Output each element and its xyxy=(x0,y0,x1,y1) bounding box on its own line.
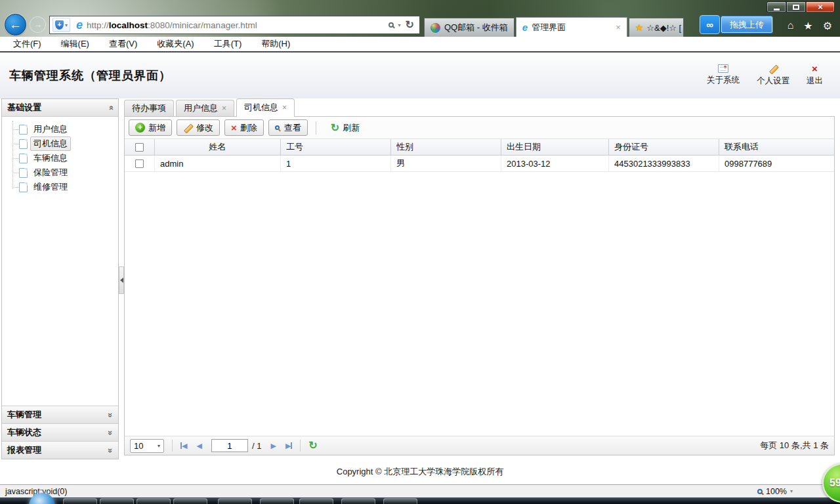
forward-icon: → xyxy=(33,20,42,30)
page-footer: Copyright © 北京理工大学珠海学院版权所有 xyxy=(0,459,840,484)
menu-file[interactable]: 文件(F) xyxy=(13,38,41,50)
column-header-name[interactable]: 姓名 xyxy=(155,139,281,155)
tab-user-info[interactable]: 用户信息 × xyxy=(176,100,234,116)
close-button[interactable]: × xyxy=(806,1,835,12)
refresh-button[interactable]: ↻ 刷新 xyxy=(324,119,366,136)
menu-edit[interactable]: 编辑(E) xyxy=(61,38,89,50)
sidebar-item-insurance[interactable]: 保险管理 xyxy=(12,165,118,180)
expand-chevrons-icon[interactable]: » xyxy=(106,430,116,434)
home-icon[interactable]: ⌂ xyxy=(788,20,794,32)
back-button[interactable]: ← xyxy=(5,14,26,35)
favorites-star-icon: ★ xyxy=(635,22,644,33)
prev-page-button[interactable]: ◀ xyxy=(196,442,201,450)
chevron-down-icon[interactable]: ▾ xyxy=(398,22,401,28)
taskbar-button[interactable] xyxy=(136,498,171,504)
page-size-select[interactable]: 10 ▾ xyxy=(130,439,164,453)
page-viewport: 车辆管理系统（管理员界面） 关于系统 个人设置 × 退出 xyxy=(0,52,840,484)
taskbar-button[interactable] xyxy=(383,498,417,504)
table-row[interactable]: admin 1 男 2013-03-12 4453021333993833 09… xyxy=(125,156,834,172)
page-number-input[interactable] xyxy=(211,439,248,452)
next-page-button[interactable]: ▶ xyxy=(270,442,276,450)
search-icon[interactable] xyxy=(388,22,394,28)
column-header-birthdate[interactable]: 出生日期 xyxy=(501,139,609,155)
address-bar[interactable]: + ▾ e http://localhost:8080/minicar/mana… xyxy=(49,16,420,34)
view-button[interactable]: 查看 xyxy=(268,119,308,136)
column-header-idcard[interactable]: 身份证号 xyxy=(609,139,719,155)
first-page-button[interactable]: ◀ xyxy=(180,442,187,450)
sidebar-item-driver-info[interactable]: 司机信息 xyxy=(12,136,118,151)
forward-button[interactable]: → xyxy=(30,16,46,33)
pager-refresh-icon[interactable]: ↻ xyxy=(308,440,317,451)
edit-button[interactable]: 修改 xyxy=(177,119,220,136)
column-header-phone[interactable]: 联系电话 xyxy=(719,139,834,155)
ie-logo-icon: e xyxy=(522,22,528,33)
tab-close-icon[interactable]: × xyxy=(282,103,287,112)
shield-addon-button[interactable]: + ▾ xyxy=(52,18,70,32)
last-page-button[interactable]: ▶ xyxy=(285,442,292,450)
exit-icon: × xyxy=(812,64,818,74)
taskbar-button[interactable] xyxy=(63,498,97,504)
personal-settings-button[interactable]: 个人设置 xyxy=(757,64,789,87)
sidebar-panel-basic-settings[interactable]: 基础设置 » xyxy=(2,99,118,117)
menu-help[interactable]: 帮助(H) xyxy=(261,38,290,50)
taskbar-button[interactable] xyxy=(173,498,207,504)
star-icon[interactable]: ★ xyxy=(803,20,812,32)
gear-icon[interactable]: ⚙ xyxy=(823,20,832,32)
sidebar-collapse-handle[interactable] xyxy=(119,266,124,294)
collapse-chevrons-icon[interactable]: » xyxy=(106,105,116,110)
sidebar-item-user-info[interactable]: 用户信息 xyxy=(12,122,118,136)
sidebar-item-vehicle-info[interactable]: 车辆信息 xyxy=(12,151,118,165)
datagrid: 姓名 工号 性别 出生日期 身份证号 联系电话 admin 1 男 xyxy=(125,139,834,172)
sidebar-item-maintenance[interactable]: 维修管理 xyxy=(12,180,118,194)
select-all-checkbox[interactable] xyxy=(135,143,144,152)
sidebar-tree: 用户信息 司机信息 车辆信息 保险管理 xyxy=(2,117,118,406)
browser-statusbar: javascript:void(0) 100% ▾ xyxy=(0,484,840,497)
menu-view[interactable]: 查看(V) xyxy=(109,38,137,50)
browser-tabs: QQ邮箱 - 收件箱 e 管理界面 × ★ ☆&◆!☆ [ xyxy=(424,17,685,37)
doc-icon xyxy=(19,182,28,192)
taskbar-button[interactable] xyxy=(260,498,294,504)
about-system-button[interactable]: 关于系统 xyxy=(707,64,740,87)
sidebar-panel-vehicle-mgmt[interactable]: 车辆管理 » xyxy=(2,406,118,423)
window-controls: × xyxy=(766,1,835,12)
netdisk-icon[interactable]: ∞ xyxy=(700,15,720,34)
taskbar-button[interactable] xyxy=(100,498,134,504)
menu-favorites[interactable]: 收藏夹(A) xyxy=(157,38,194,50)
url-text[interactable]: http://localhost:8080/minicar/manager.ht… xyxy=(87,20,257,30)
ie-logo-icon: e xyxy=(76,19,83,31)
doc-icon xyxy=(19,154,28,163)
column-header-employee-id[interactable]: 工号 xyxy=(281,139,391,155)
chevron-down-icon: ▾ xyxy=(790,488,793,494)
menu-tools[interactable]: 工具(T) xyxy=(214,38,242,50)
taskbar-button[interactable] xyxy=(299,498,333,504)
doc-icon xyxy=(19,125,28,135)
minimize-button[interactable] xyxy=(766,1,786,12)
add-button[interactable]: + 新增 xyxy=(129,119,172,136)
zoom-icon xyxy=(757,489,763,494)
netdisk-upload-button[interactable]: 拖拽上传 xyxy=(721,16,772,33)
row-checkbox[interactable] xyxy=(135,159,144,168)
logout-button[interactable]: × 退出 xyxy=(807,64,823,87)
refresh-icon[interactable]: ↻ xyxy=(406,20,414,30)
tab-todo[interactable]: 待办事项 xyxy=(124,100,174,116)
browser-tab-manager[interactable]: e 管理界面 × xyxy=(516,17,627,37)
tab-driver-info[interactable]: 司机信息 × xyxy=(236,98,295,116)
datagrid-panel: + 新增 修改 × 删除 查看 xyxy=(124,116,835,455)
sidebar-panel-vehicle-status[interactable]: 车辆状态 » xyxy=(2,423,118,441)
sidebar-panel-reports[interactable]: 报表管理 » xyxy=(2,441,118,459)
tab-close-icon[interactable]: × xyxy=(616,22,621,32)
datagrid-toolbar: + 新增 修改 × 删除 查看 xyxy=(125,117,834,139)
pagination-bar: 10 ▾ ◀ ◀ / 1 ▶ ▶ ↻ 每页 10 条,共 1 条 xyxy=(125,436,834,455)
delete-button[interactable]: × 删除 xyxy=(224,119,264,136)
datagrid-header-row: 姓名 工号 性别 出生日期 身份证号 联系电话 xyxy=(125,139,834,156)
tab-close-icon[interactable]: × xyxy=(222,104,226,113)
column-header-gender[interactable]: 性别 xyxy=(391,139,501,155)
chevron-down-icon: ▾ xyxy=(65,22,68,28)
maximize-button[interactable] xyxy=(786,1,806,12)
taskbar-button[interactable] xyxy=(218,498,252,504)
expand-chevrons-icon[interactable]: » xyxy=(106,412,116,417)
expand-chevrons-icon[interactable]: » xyxy=(106,448,116,452)
taskbar-button[interactable] xyxy=(341,498,375,504)
browser-tab-qqmail[interactable]: QQ邮箱 - 收件箱 xyxy=(424,18,514,37)
browser-tab-other[interactable]: ★ ☆&◆!☆ [ xyxy=(629,18,684,37)
